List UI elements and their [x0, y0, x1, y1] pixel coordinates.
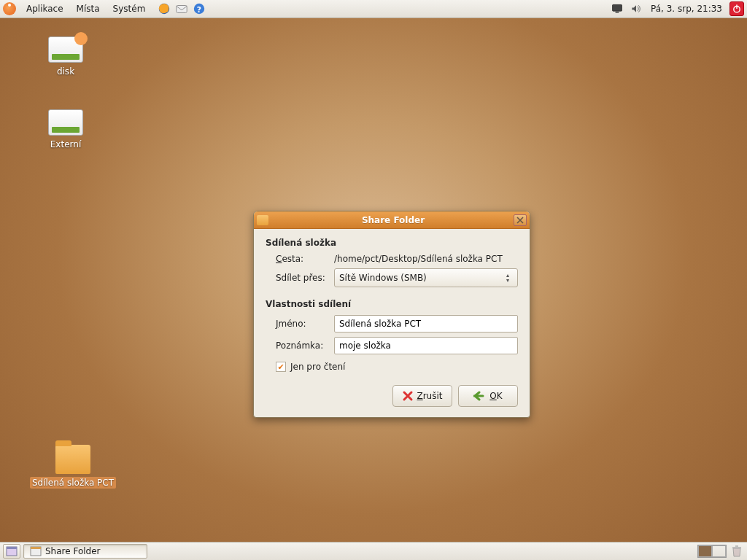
menu-places[interactable]: Místa [71, 1, 106, 16]
readonly-checkbox[interactable]: ✔ [276, 362, 286, 372]
dialog-body: Sdílená složka Cesta: /home/pct/Desktop/… [254, 229, 530, 417]
desktop-icon-shared-folder[interactable]: Sdílená složka PCT [29, 445, 117, 489]
share-folder-dialog: Share Folder Sdílená složka Cesta: /home… [253, 211, 530, 418]
readonly-label: Jen pro čtení [290, 362, 345, 372]
name-label: Jméno: [276, 319, 334, 329]
display-icon[interactable] [610, 1, 624, 16]
path-label: Cesta: [276, 254, 334, 264]
comment-input[interactable] [334, 337, 518, 354]
titlebar[interactable]: Share Folder [254, 211, 530, 229]
desktop-icon-disk[interactable]: disk [36, 36, 95, 77]
name-input[interactable] [334, 315, 518, 332]
svg-rect-13 [735, 545, 738, 547]
combo-value: Sítě Windows (SMB) [339, 273, 503, 283]
desktop-icon-external[interactable]: Externí [36, 109, 95, 150]
section-properties: Vlastnosti sdílení [266, 299, 518, 309]
mail-icon[interactable] [174, 1, 189, 16]
window-title: Share Folder [273, 215, 514, 225]
folder-icon [257, 215, 268, 225]
ubuntu-logo-icon[interactable] [3, 2, 16, 15]
svg-rect-1 [177, 6, 187, 13]
cancel-icon [402, 390, 414, 402]
help-icon[interactable]: ? [192, 1, 206, 16]
close-button[interactable] [514, 214, 527, 226]
bottom-panel-right [697, 544, 744, 559]
panel-right: Pá, 3. srp, 21:33 [610, 1, 744, 16]
firefox-icon[interactable] [157, 1, 171, 16]
svg-rect-11 [31, 547, 41, 549]
menu-system[interactable]: Systém [107, 1, 152, 16]
workspace-switcher[interactable] [697, 545, 727, 558]
cancel-button[interactable]: Zrušit [392, 385, 452, 407]
power-button[interactable] [729, 1, 744, 16]
top-panel: Aplikace Místa Systém ? Pá, 3. srp, 21:3… [0, 0, 747, 18]
section-shared-folder: Sdílená složka [266, 238, 518, 248]
dialog-buttons: Zrušit OK [266, 385, 518, 407]
comment-label: Poznámka: [276, 341, 334, 351]
row-comment: Poznámka: [276, 337, 518, 354]
ubuntu-badge-icon [74, 32, 88, 45]
svg-text:?: ? [197, 5, 201, 15]
folder-icon [55, 445, 90, 474]
desktop-icon-label: disk [55, 66, 77, 77]
volume-icon[interactable] [629, 1, 643, 16]
show-desktop-button[interactable] [3, 544, 20, 559]
svg-rect-4 [613, 4, 622, 11]
menu-applications[interactable]: Aplikace [20, 1, 69, 16]
panel-left: Aplikace Místa Systém ? [3, 1, 206, 16]
row-name: Jméno: [276, 315, 518, 332]
row-readonly: ✔ Jen pro čtení [276, 362, 518, 372]
desktop-icon-label: Externí [48, 139, 83, 150]
drive-icon [48, 109, 83, 136]
share-via-label: Sdílet přes: [276, 273, 334, 283]
path-value: /home/pct/Desktop/Sdílená složka PCT [334, 254, 518, 264]
taskbar-item-label: Share Folder [45, 546, 101, 556]
bottom-panel: Share Folder [0, 542, 747, 560]
combo-arrows-icon: ▴▾ [503, 273, 513, 283]
svg-rect-5 [616, 12, 619, 13]
trash-icon[interactable] [729, 544, 744, 559]
svg-rect-12 [732, 547, 741, 548]
svg-rect-7 [736, 4, 737, 9]
taskbar-item-share-folder[interactable]: Share Folder [23, 544, 147, 559]
desktop-icon-label: Sdílená složka PCT [30, 477, 116, 489]
share-via-combo[interactable]: Sítě Windows (SMB) ▴▾ [334, 268, 518, 287]
panel-launcher-icons: ? [157, 1, 206, 16]
row-share-via: Sdílet přes: Sítě Windows (SMB) ▴▾ [276, 268, 518, 287]
ok-button[interactable]: OK [458, 385, 518, 407]
svg-rect-9 [7, 547, 17, 549]
row-path: Cesta: /home/pct/Desktop/Sdílená složka … [276, 254, 518, 264]
clock[interactable]: Pá, 3. srp, 21:33 [648, 4, 725, 14]
window-icon [30, 546, 42, 556]
ok-icon [473, 391, 487, 401]
